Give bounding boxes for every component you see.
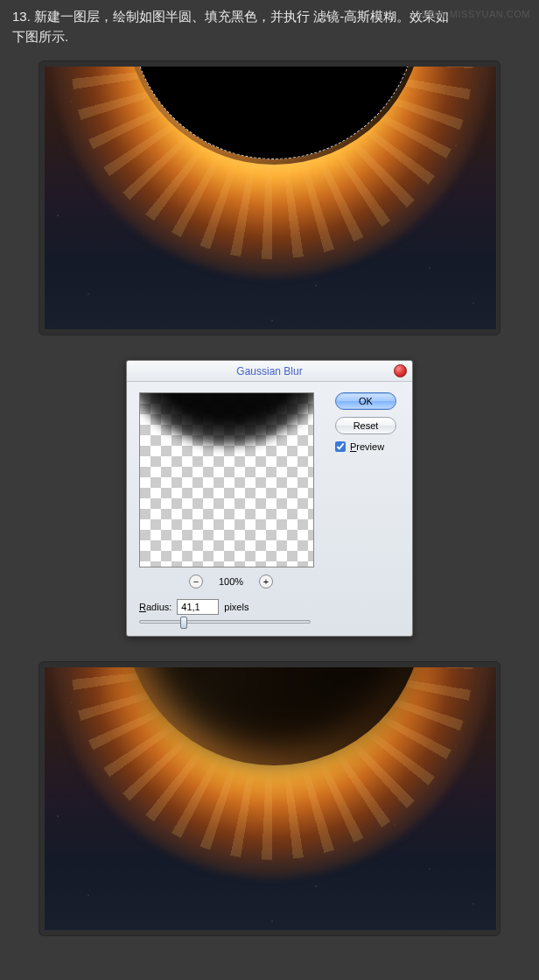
preview-checkbox-label: Preview — [350, 441, 384, 452]
zoom-in-icon[interactable]: + — [259, 575, 273, 589]
zoom-controls: − 100% + — [139, 575, 323, 589]
radius-input[interactable] — [177, 599, 219, 615]
zoom-out-icon[interactable]: − — [189, 575, 203, 589]
radius-slider-thumb[interactable] — [180, 617, 187, 629]
close-icon[interactable] — [394, 364, 407, 377]
radius-row: Radius: pixels — [139, 599, 323, 615]
radius-unit: pixels — [224, 602, 248, 612]
step-body-1: 新建一图层，绘制如图半圆、填充黑色，并执行 滤镜-高斯模糊。效果如 — [34, 9, 449, 24]
step-number: 13. — [12, 9, 31, 24]
figure-after — [38, 661, 500, 936]
step-body-2: 下图所示. — [12, 29, 68, 44]
reset-button[interactable]: Reset — [335, 417, 396, 434]
button-column: OK Reset Preview — [335, 392, 400, 624]
gaussian-blur-dialog: Gaussian Blur − 100% + Radius: pixels — [126, 360, 413, 637]
space-scene-before — [45, 67, 496, 329]
radius-slider[interactable] — [139, 620, 311, 624]
zoom-value: 100% — [219, 576, 243, 587]
watermark-text: WWW.MISSYUAN.COM — [418, 9, 530, 19]
space-scene-after — [45, 667, 496, 930]
preview-checkbox-row[interactable]: Preview — [335, 441, 400, 452]
preview-thumbnail[interactable] — [139, 392, 314, 568]
preview-column: − 100% + Radius: pixels — [139, 392, 323, 624]
preview-checkbox[interactable] — [335, 441, 346, 452]
dialog-body: − 100% + Radius: pixels OK Reset — [127, 382, 412, 636]
dialog-title: Gaussian Blur — [236, 365, 302, 377]
radius-label: Radius: — [139, 602, 172, 612]
figure-before — [38, 60, 500, 335]
dialog-titlebar[interactable]: Gaussian Blur — [127, 361, 412, 382]
gaussian-blur-dialog-wrap: Gaussian Blur − 100% + Radius: pixels — [126, 360, 413, 637]
ok-button[interactable]: OK — [335, 392, 396, 410]
